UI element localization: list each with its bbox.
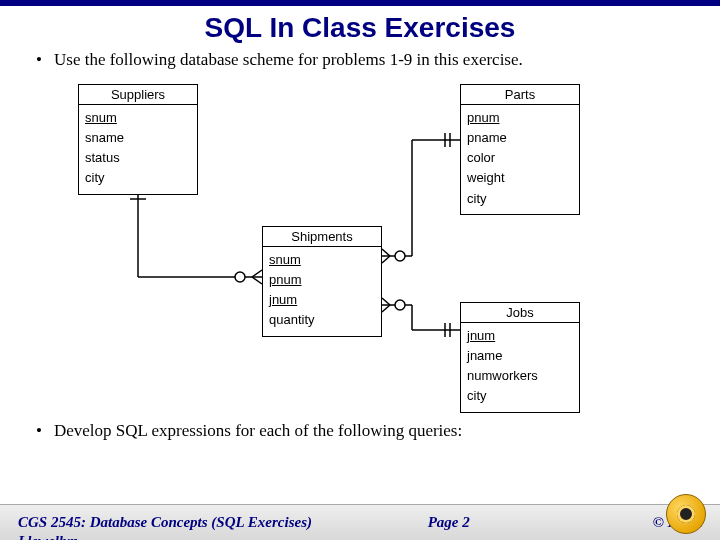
attr: city bbox=[467, 189, 573, 209]
entity-jobs: Jobs jnum jname numworkers city bbox=[460, 302, 580, 413]
footer-page: Page 2 bbox=[373, 514, 525, 531]
attr: jnum bbox=[467, 326, 573, 346]
bullet-item: • Use the following database scheme for … bbox=[36, 50, 690, 70]
svg-point-20 bbox=[395, 300, 405, 310]
attr: jnum bbox=[269, 290, 375, 310]
attr: snum bbox=[85, 108, 191, 128]
attr: status bbox=[85, 148, 191, 168]
entity-suppliers: Suppliers snum sname status city bbox=[78, 84, 198, 195]
entity-attrs: snum sname status city bbox=[79, 105, 197, 194]
attr: city bbox=[467, 386, 573, 406]
entity-attrs: pnum pname color weight city bbox=[461, 105, 579, 214]
svg-line-22 bbox=[382, 305, 390, 312]
entity-header: Parts bbox=[461, 85, 579, 105]
slide-title: SQL In Class Exercises bbox=[0, 12, 720, 44]
bullet-item: • Develop SQL expressions for each of th… bbox=[36, 421, 690, 441]
attr: city bbox=[85, 168, 191, 188]
attr: quantity bbox=[269, 310, 375, 330]
footer-bar: CGS 2545: Database Concepts (SQL Exercis… bbox=[0, 504, 720, 540]
entity-header: Suppliers bbox=[79, 85, 197, 105]
entity-shipments: Shipments snum pnum jnum quantity bbox=[262, 226, 382, 337]
attr: color bbox=[467, 148, 573, 168]
er-diagram: Suppliers snum sname status city Parts p… bbox=[30, 80, 690, 415]
svg-line-5 bbox=[252, 270, 262, 277]
svg-point-12 bbox=[395, 251, 405, 261]
attr: pname bbox=[467, 128, 573, 148]
attr: pnum bbox=[269, 270, 375, 290]
entity-header: Jobs bbox=[461, 303, 579, 323]
entity-parts: Parts pnum pname color weight city bbox=[460, 84, 580, 215]
bullet-dot-icon: • bbox=[36, 421, 54, 441]
bullet-text: Use the following database scheme for pr… bbox=[54, 50, 690, 70]
attr: pnum bbox=[467, 108, 573, 128]
svg-line-13 bbox=[382, 249, 390, 256]
entity-header: Shipments bbox=[263, 227, 381, 247]
svg-point-4 bbox=[235, 272, 245, 282]
bullet-text: Develop SQL expressions for each of the … bbox=[54, 421, 690, 441]
logo-inner-icon bbox=[677, 505, 695, 523]
ucf-logo-icon bbox=[666, 494, 706, 534]
footer-author-cutoff: Llewellyn bbox=[18, 533, 78, 540]
top-accent-bar bbox=[0, 0, 720, 6]
attr: weight bbox=[467, 168, 573, 188]
attr: sname bbox=[85, 128, 191, 148]
bullet-dot-icon: • bbox=[36, 50, 54, 70]
slide-content: • Use the following database scheme for … bbox=[0, 50, 720, 441]
entity-attrs: jnum jname numworkers city bbox=[461, 323, 579, 412]
entity-attrs: snum pnum jnum quantity bbox=[263, 247, 381, 336]
footer-course: CGS 2545: Database Concepts (SQL Exercis… bbox=[18, 514, 373, 531]
attr: snum bbox=[269, 250, 375, 270]
attr: jname bbox=[467, 346, 573, 366]
svg-line-14 bbox=[382, 256, 390, 263]
svg-line-21 bbox=[382, 298, 390, 305]
attr: numworkers bbox=[467, 366, 573, 386]
svg-line-6 bbox=[252, 277, 262, 284]
